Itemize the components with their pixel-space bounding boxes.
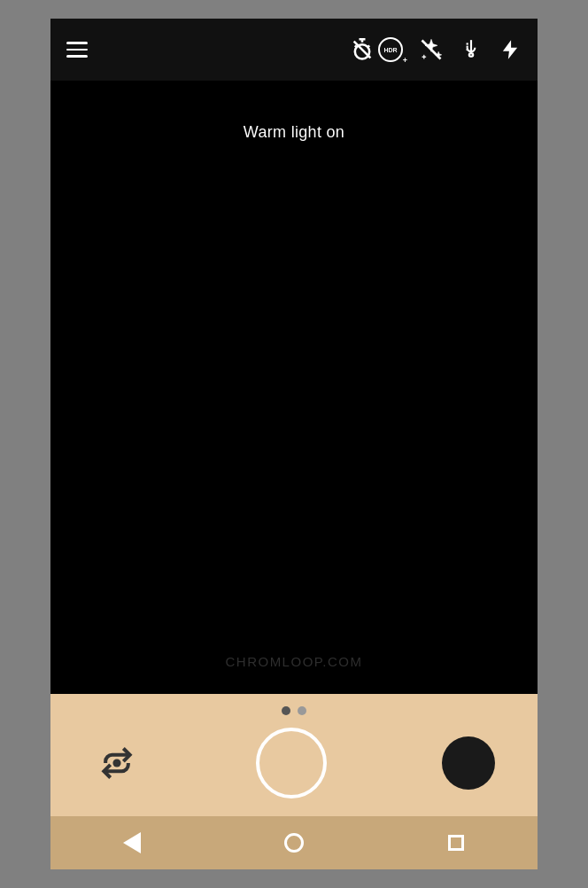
nav-bar bbox=[50, 816, 538, 869]
hdr-button[interactable]: HDR + bbox=[378, 37, 403, 62]
camera-viewfinder: Warm light on CHROMLOOP.COM bbox=[50, 81, 538, 694]
page-indicator bbox=[282, 706, 306, 715]
flash-button[interactable] bbox=[499, 38, 522, 61]
page-dot-1 bbox=[282, 706, 290, 715]
top-icons: HDR + bbox=[362, 37, 522, 62]
home-button[interactable] bbox=[276, 825, 312, 861]
top-bar: HDR + bbox=[50, 19, 538, 81]
watermark: CHROMLOOP.COM bbox=[225, 654, 362, 669]
page-dot-2 bbox=[298, 706, 306, 715]
flip-camera-button[interactable] bbox=[93, 739, 141, 787]
phone-frame: HDR + bbox=[50, 19, 538, 869]
controls-row bbox=[50, 728, 538, 798]
shutter-button[interactable] bbox=[256, 728, 327, 798]
recents-button[interactable] bbox=[438, 825, 474, 861]
menu-button[interactable] bbox=[66, 42, 88, 58]
svg-rect-8 bbox=[469, 53, 473, 56]
warm-light-indicator: Warm light on bbox=[244, 123, 344, 142]
camera-controls bbox=[50, 694, 538, 816]
svg-point-12 bbox=[112, 759, 120, 767]
back-button[interactable] bbox=[114, 825, 150, 861]
gallery-button[interactable] bbox=[442, 736, 495, 790]
white-balance-button[interactable] bbox=[460, 38, 483, 61]
effects-button[interactable] bbox=[419, 37, 444, 62]
svg-point-5 bbox=[355, 44, 369, 58]
